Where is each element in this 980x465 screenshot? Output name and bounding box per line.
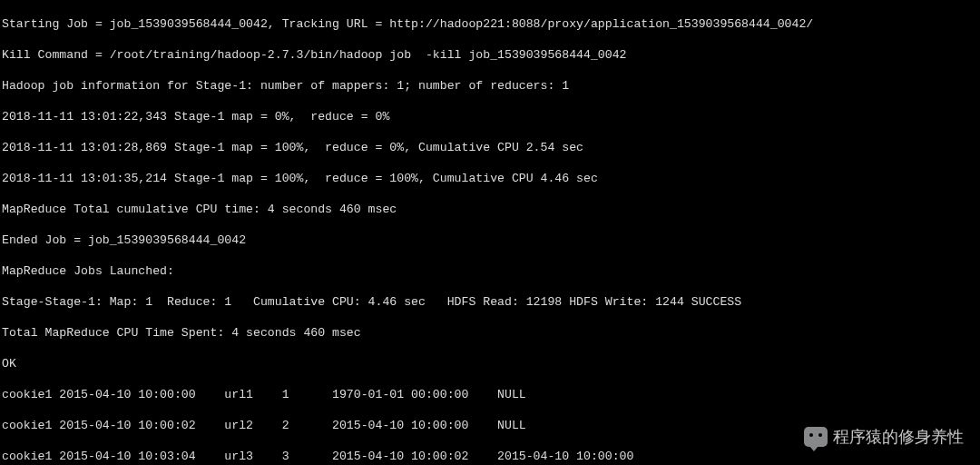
log-line: MapReduce Total cumulative CPU time: 4 s… bbox=[2, 202, 978, 217]
result-row: cookie1 2015-04-10 10:00:02 url2 2 2015-… bbox=[2, 418, 978, 433]
log-line: Kill Command = /root/training/hadoop-2.7… bbox=[2, 47, 978, 63]
log-line: Ended Job = job_1539039568444_0042 bbox=[2, 232, 978, 248]
log-line: OK bbox=[2, 356, 978, 371]
terminal-output[interactable]: Starting Job = job_1539039568444_0042, T… bbox=[0, 0, 980, 465]
log-line: Hadoop job information for Stage-1: numb… bbox=[2, 78, 978, 94]
result-row: cookie1 2015-04-10 10:00:00 url1 1 1970-… bbox=[2, 387, 978, 402]
log-line: MapReduce Jobs Launched: bbox=[2, 263, 978, 279]
log-line: Starting Job = job_1539039568444_0042, T… bbox=[2, 16, 978, 32]
log-line: 2018-11-11 13:01:22,343 Stage-1 map = 0%… bbox=[2, 109, 978, 124]
log-line: 2018-11-11 13:01:28,869 Stage-1 map = 10… bbox=[2, 140, 978, 155]
log-line: 2018-11-11 13:01:35,214 Stage-1 map = 10… bbox=[2, 171, 978, 186]
log-line: Total MapReduce CPU Time Spent: 4 second… bbox=[2, 325, 978, 341]
log-line: Stage-Stage-1: Map: 1 Reduce: 1 Cumulati… bbox=[2, 294, 978, 310]
result-row: cookie1 2015-04-10 10:03:04 url3 3 2015-… bbox=[2, 449, 978, 464]
